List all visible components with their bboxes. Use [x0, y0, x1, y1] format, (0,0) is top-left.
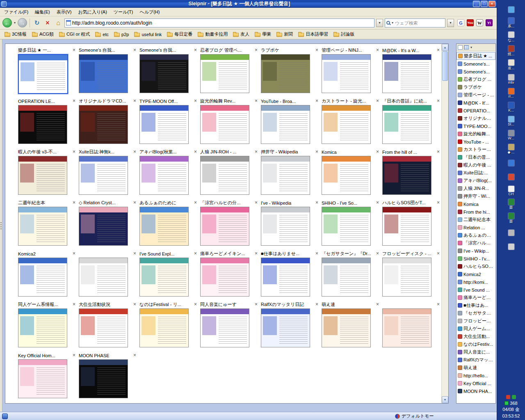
thumbnail-image[interactable]	[139, 308, 189, 347]
tab-thumbnail[interactable]: 旋光的輪舞 Rev... ×	[200, 98, 258, 149]
close-tab-icon[interactable]: ×	[435, 150, 440, 154]
sidebar-tab-item[interactable]: OPERATIO...	[457, 107, 495, 114]
sidebar-tab-item[interactable]: 『日本の昔...	[457, 153, 495, 161]
home-button[interactable]: ⌂	[54, 18, 63, 27]
thumbnail-image[interactable]	[18, 207, 67, 246]
close-tab-icon[interactable]: ×	[71, 99, 75, 103]
sidebar-tab-item[interactable]: 「涼宮ハルヒ...	[457, 239, 495, 247]
desktop-icon[interactable]: CH	[498, 184, 524, 198]
close-tab-icon[interactable]: ×	[132, 48, 136, 52]
sidebar-tab-item[interactable]: Komica	[457, 200, 495, 208]
tab-thumbnail[interactable]: ◇ Relation Cryst... ×	[79, 200, 136, 251]
close-tab-icon[interactable]: ×	[71, 302, 75, 307]
address-input[interactable]	[72, 20, 373, 26]
sidebar-tab-item[interactable]: 暇人の午後 ...	[457, 161, 495, 169]
close-tab-icon[interactable]: ×	[314, 99, 318, 103]
desktop-icon[interactable]: K...	[498, 100, 524, 114]
bookmark-folder[interactable]: 日本語學習	[296, 30, 331, 38]
close-tab-icon[interactable]: ×	[71, 201, 75, 205]
tab-thumbnail[interactable]: 同人音楽にゅーす ×	[200, 301, 258, 352]
close-tab-icon[interactable]: ×	[192, 302, 197, 307]
sidebar-tab-item[interactable]: RalfXのマッタ...	[457, 356, 495, 364]
thumbnail-image[interactable]	[261, 207, 310, 246]
bookmark-folder[interactable]: 動畫卡拉用	[195, 30, 230, 38]
thumbnail-image[interactable]	[382, 54, 431, 93]
thumbnail-image[interactable]	[200, 54, 249, 93]
close-tab-icon[interactable]: ×	[374, 150, 379, 154]
close-tab-icon[interactable]: ×	[435, 302, 440, 307]
close-tab-icon[interactable]: ×	[314, 48, 318, 52]
bookmark-folder[interactable]: p2p	[112, 31, 131, 38]
thumbnail-image[interactable]	[382, 207, 431, 246]
sidebar-tab-item[interactable]: 『セガサターン...	[457, 309, 495, 317]
thumbnail-image[interactable]	[18, 308, 67, 347]
desktop-icon[interactable]: 系...	[498, 16, 524, 30]
close-tab-icon[interactable]: ×	[374, 48, 379, 52]
sidebar-tab-item[interactable]: TYPE-MOO...	[457, 122, 495, 130]
bookmark-folder[interactable]: 學業	[252, 30, 274, 38]
close-tab-icon[interactable]: ×	[253, 201, 258, 205]
menu-item[interactable]: ヘルプ(H)	[136, 8, 163, 16]
close-tab-icon[interactable]: ×	[132, 99, 136, 103]
menu-item[interactable]: 編集(E)	[32, 8, 53, 16]
sidebar-tab-item[interactable]: From the hi...	[457, 208, 495, 216]
desktop-icon[interactable]: 焼...	[498, 44, 524, 58]
close-tab-icon[interactable]: ×	[374, 99, 379, 103]
close-tab-icon[interactable]: ×	[132, 251, 136, 256]
scrollbar-thumb[interactable]	[442, 51, 448, 81]
back-dropdown-icon[interactable]: ▾	[14, 21, 16, 25]
thumbnail-image[interactable]	[18, 258, 67, 297]
thumbnail-image[interactable]	[382, 258, 431, 297]
thumbnail-image[interactable]	[79, 156, 128, 195]
thumbnail-image[interactable]	[200, 105, 249, 144]
tab-thumbnail[interactable]: 忍者ブログ 管理ペ... ×	[200, 47, 258, 98]
tab-thumbnail[interactable]: なのはFestival - リ... ×	[139, 301, 197, 352]
tab-thumbnail[interactable]: Someone's 自我... ×	[139, 47, 197, 98]
thumbnail-image[interactable]	[382, 308, 431, 347]
sidebar-tab-item[interactable]: Komica2	[457, 270, 495, 278]
desktop-icon[interactable]: 薔	[498, 198, 524, 212]
menu-item[interactable]: ツール(T)	[110, 8, 137, 16]
sidebar-tab-item[interactable]: あるふぁのため...	[457, 231, 495, 239]
close-tab-icon[interactable]: ×	[71, 251, 75, 256]
close-tab-icon[interactable]: ×	[314, 150, 318, 154]
tab-thumbnail[interactable]: ×	[79, 251, 136, 301]
close-tab-icon[interactable]: ×	[132, 353, 136, 358]
close-tab-icon[interactable]: ×	[374, 201, 379, 205]
sidebar-tab-item[interactable]: 同人音楽に...	[457, 348, 495, 356]
thumbnail-image[interactable]	[79, 54, 128, 93]
thumbnail-image[interactable]	[18, 359, 67, 398]
close-tab-icon[interactable]: ×	[435, 201, 440, 205]
close-tab-icon[interactable]: ×	[192, 201, 197, 205]
thumbnail-image[interactable]	[261, 308, 310, 347]
sidebar-tab-item[interactable]: Key Official ...	[457, 379, 495, 387]
tab-thumbnail[interactable]: 『セガサターン』『Dr... ×	[322, 251, 379, 301]
tab-thumbnail[interactable]: 管理ページ - NINJ... ×	[322, 47, 379, 98]
close-tab-icon[interactable]: ×	[132, 150, 136, 154]
google-icon[interactable]: G	[457, 19, 464, 26]
bookmark-folder[interactable]: ACG類	[30, 30, 56, 38]
desktop-icon[interactable]: 薔	[498, 212, 524, 226]
sidebar-tab-item[interactable]: 大住生活動...	[457, 333, 495, 340]
sidebar-tab-item[interactable]: http://komi...	[457, 278, 495, 286]
sidebar-tab-item[interactable]: 二週年紀念本	[457, 216, 495, 224]
thumbnail-image[interactable]	[18, 54, 68, 94]
browser-mode-indicator[interactable]: デフォルトモー	[395, 413, 434, 419]
close-tab-icon[interactable]: ×	[71, 48, 75, 52]
tab-thumbnail[interactable]: SHIHO - I've So... ×	[322, 200, 379, 251]
tab-thumbnail[interactable]: I've - Wikipedia ×	[261, 200, 318, 251]
close-tab-icon[interactable]: ×	[253, 150, 258, 154]
thumbnail-image[interactable]	[261, 54, 310, 93]
thumbnail-image[interactable]	[139, 54, 189, 93]
stop-button[interactable]: ×	[43, 18, 52, 27]
thumbnail-image[interactable]	[79, 359, 128, 398]
sidebar-tab-item[interactable]: MOON PHA...	[457, 387, 495, 395]
bookmark-folder[interactable]: 討論版	[331, 30, 357, 38]
sidebar-tab-item[interactable]: 旋光的輪舞...	[457, 130, 495, 138]
thumbnail-image[interactable]	[261, 105, 310, 144]
close-tab-icon[interactable]: ×	[192, 150, 197, 154]
thumbnail-view-icon[interactable]	[464, 45, 469, 50]
tab-thumbnail[interactable]: 人狼 JIN-ROH - ... ×	[200, 149, 258, 200]
sidebar-tab-item[interactable]: Relation ...	[457, 224, 495, 231]
tab-thumbnail[interactable]: 同人ゲーム系情報... ×	[18, 301, 75, 352]
